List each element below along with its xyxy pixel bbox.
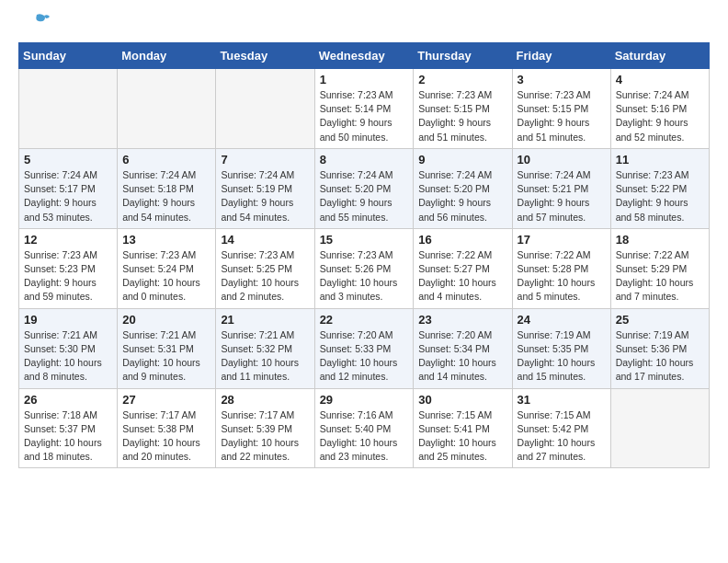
week-row-3: 12Sunrise: 7:23 AM Sunset: 5:23 PM Dayli… [19, 228, 710, 308]
day-number: 22 [320, 313, 409, 327]
calendar-table: SundayMondayTuesdayWednesdayThursdayFrid… [18, 42, 710, 468]
week-row-2: 5Sunrise: 7:24 AM Sunset: 5:17 PM Daylig… [19, 148, 710, 228]
calendar-cell: 12Sunrise: 7:23 AM Sunset: 5:23 PM Dayli… [19, 228, 118, 308]
calendar-cell: 10Sunrise: 7:24 AM Sunset: 5:21 PM Dayli… [512, 148, 610, 228]
day-number: 13 [122, 233, 210, 247]
day-info: Sunrise: 7:22 AM Sunset: 5:28 PM Dayligh… [518, 248, 606, 304]
week-row-1: 1Sunrise: 7:23 AM Sunset: 5:14 PM Daylig… [19, 69, 710, 149]
calendar-cell: 14Sunrise: 7:23 AM Sunset: 5:25 PM Dayli… [216, 228, 314, 308]
day-info: Sunrise: 7:20 AM Sunset: 5:34 PM Dayligh… [418, 328, 506, 385]
day-number: 9 [418, 153, 506, 167]
day-number: 4 [616, 73, 704, 86]
calendar-cell: 17Sunrise: 7:22 AM Sunset: 5:28 PM Dayli… [512, 228, 610, 308]
day-number: 10 [518, 153, 606, 167]
calendar-cell: 19Sunrise: 7:21 AM Sunset: 5:30 PM Dayli… [19, 308, 118, 388]
day-info: Sunrise: 7:24 AM Sunset: 5:20 PM Dayligh… [418, 168, 506, 224]
day-number: 17 [518, 233, 606, 247]
day-number: 11 [616, 153, 704, 167]
calendar-cell: 26Sunrise: 7:18 AM Sunset: 5:37 PM Dayli… [19, 388, 118, 468]
calendar-cell: 29Sunrise: 7:16 AM Sunset: 5:40 PM Dayli… [314, 388, 414, 468]
day-number: 28 [221, 393, 309, 407]
day-info: Sunrise: 7:23 AM Sunset: 5:23 PM Dayligh… [24, 248, 112, 304]
calendar-cell: 7Sunrise: 7:24 AM Sunset: 5:19 PM Daylig… [216, 148, 314, 228]
day-number: 31 [518, 393, 606, 407]
calendar-cell: 2Sunrise: 7:23 AM Sunset: 5:15 PM Daylig… [414, 69, 512, 149]
day-number: 18 [616, 233, 704, 247]
page-container: SundayMondayTuesdayWednesdayThursdayFrid… [0, 0, 728, 483]
day-info: Sunrise: 7:15 AM Sunset: 5:41 PM Dayligh… [418, 408, 506, 465]
day-info: Sunrise: 7:17 AM Sunset: 5:39 PM Dayligh… [221, 408, 309, 465]
calendar-cell: 16Sunrise: 7:22 AM Sunset: 5:27 PM Dayli… [414, 228, 512, 308]
day-number: 30 [418, 393, 506, 407]
calendar-cell: 25Sunrise: 7:19 AM Sunset: 5:36 PM Dayli… [610, 308, 709, 388]
calendar-cell: 28Sunrise: 7:17 AM Sunset: 5:39 PM Dayli… [216, 388, 314, 468]
week-row-4: 19Sunrise: 7:21 AM Sunset: 5:30 PM Dayli… [19, 308, 710, 388]
weekday-header-saturday: Saturday [610, 43, 709, 69]
day-info: Sunrise: 7:21 AM Sunset: 5:31 PM Dayligh… [122, 328, 210, 385]
day-info: Sunrise: 7:24 AM Sunset: 5:18 PM Dayligh… [122, 168, 210, 224]
day-info: Sunrise: 7:24 AM Sunset: 5:17 PM Dayligh… [24, 168, 112, 224]
weekday-header-sunday: Sunday [19, 43, 118, 69]
day-info: Sunrise: 7:17 AM Sunset: 5:38 PM Dayligh… [122, 408, 210, 465]
day-info: Sunrise: 7:21 AM Sunset: 5:30 PM Dayligh… [24, 328, 112, 385]
calendar-cell: 20Sunrise: 7:21 AM Sunset: 5:31 PM Dayli… [118, 308, 216, 388]
day-info: Sunrise: 7:24 AM Sunset: 5:19 PM Dayligh… [221, 168, 309, 224]
calendar-cell [118, 69, 216, 149]
weekday-header-friday: Friday [512, 43, 610, 69]
day-number: 27 [122, 393, 210, 407]
logo-bird-icon [24, 13, 50, 33]
day-info: Sunrise: 7:23 AM Sunset: 5:26 PM Dayligh… [320, 248, 409, 304]
calendar-cell: 24Sunrise: 7:19 AM Sunset: 5:35 PM Dayli… [512, 308, 610, 388]
day-info: Sunrise: 7:23 AM Sunset: 5:15 PM Dayligh… [518, 88, 606, 144]
day-number: 23 [418, 313, 506, 327]
day-number: 20 [122, 313, 210, 327]
day-info: Sunrise: 7:24 AM Sunset: 5:20 PM Dayligh… [320, 168, 409, 224]
calendar-cell: 6Sunrise: 7:24 AM Sunset: 5:18 PM Daylig… [118, 148, 216, 228]
calendar-cell: 30Sunrise: 7:15 AM Sunset: 5:41 PM Dayli… [414, 388, 512, 468]
day-number: 14 [221, 233, 309, 247]
day-number: 5 [24, 153, 112, 167]
day-info: Sunrise: 7:19 AM Sunset: 5:35 PM Dayligh… [518, 328, 606, 385]
calendar-cell: 8Sunrise: 7:24 AM Sunset: 5:20 PM Daylig… [314, 148, 414, 228]
calendar-cell: 18Sunrise: 7:22 AM Sunset: 5:29 PM Dayli… [610, 228, 709, 308]
weekday-header-wednesday: Wednesday [314, 43, 414, 69]
day-info: Sunrise: 7:21 AM Sunset: 5:32 PM Dayligh… [221, 328, 309, 385]
calendar-cell: 27Sunrise: 7:17 AM Sunset: 5:38 PM Dayli… [118, 388, 216, 468]
day-info: Sunrise: 7:23 AM Sunset: 5:22 PM Dayligh… [616, 168, 704, 224]
day-number: 24 [518, 313, 606, 327]
day-number: 29 [320, 393, 409, 407]
calendar-cell: 21Sunrise: 7:21 AM Sunset: 5:32 PM Dayli… [216, 308, 314, 388]
week-row-5: 26Sunrise: 7:18 AM Sunset: 5:37 PM Dayli… [19, 388, 710, 468]
day-info: Sunrise: 7:23 AM Sunset: 5:15 PM Dayligh… [418, 88, 506, 144]
day-number: 26 [24, 393, 112, 407]
day-info: Sunrise: 7:19 AM Sunset: 5:36 PM Dayligh… [616, 328, 704, 385]
day-info: Sunrise: 7:16 AM Sunset: 5:40 PM Dayligh… [320, 408, 409, 465]
day-number: 8 [320, 153, 409, 167]
day-info: Sunrise: 7:15 AM Sunset: 5:42 PM Dayligh… [518, 408, 606, 465]
calendar-cell: 3Sunrise: 7:23 AM Sunset: 5:15 PM Daylig… [512, 69, 610, 149]
day-number: 25 [616, 313, 704, 327]
calendar-cell [216, 69, 314, 149]
day-info: Sunrise: 7:22 AM Sunset: 5:29 PM Dayligh… [616, 248, 704, 304]
calendar-cell [19, 69, 118, 149]
weekday-header-tuesday: Tuesday [216, 43, 314, 69]
day-number: 19 [24, 313, 112, 327]
calendar-cell: 4Sunrise: 7:24 AM Sunset: 5:16 PM Daylig… [610, 69, 709, 149]
calendar-cell [610, 388, 709, 468]
day-info: Sunrise: 7:24 AM Sunset: 5:21 PM Dayligh… [518, 168, 606, 224]
weekday-header-thursday: Thursday [414, 43, 512, 69]
header [18, 15, 710, 33]
calendar-cell: 11Sunrise: 7:23 AM Sunset: 5:22 PM Dayli… [610, 148, 709, 228]
calendar-cell: 15Sunrise: 7:23 AM Sunset: 5:26 PM Dayli… [314, 228, 414, 308]
day-number: 3 [518, 73, 606, 86]
day-info: Sunrise: 7:23 AM Sunset: 5:14 PM Dayligh… [320, 88, 409, 144]
day-number: 12 [24, 233, 112, 247]
day-number: 21 [221, 313, 309, 327]
day-number: 7 [221, 153, 309, 167]
day-info: Sunrise: 7:20 AM Sunset: 5:33 PM Dayligh… [320, 328, 409, 385]
day-number: 6 [122, 153, 210, 167]
day-info: Sunrise: 7:22 AM Sunset: 5:27 PM Dayligh… [418, 248, 506, 304]
day-info: Sunrise: 7:24 AM Sunset: 5:16 PM Dayligh… [616, 88, 704, 144]
calendar-cell: 31Sunrise: 7:15 AM Sunset: 5:42 PM Dayli… [512, 388, 610, 468]
day-number: 15 [320, 233, 409, 247]
